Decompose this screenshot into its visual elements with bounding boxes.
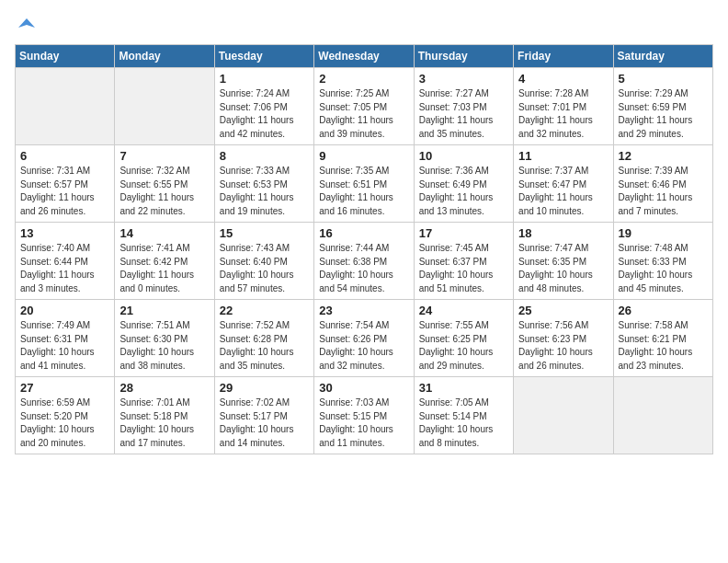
day-number: 24: [419, 304, 508, 317]
day-number: 30: [319, 381, 408, 395]
day-info: Sunrise: 7:24 AM Sunset: 7:06 PM Dayligh…: [220, 87, 309, 141]
day-info: Sunrise: 7:31 AM Sunset: 6:57 PM Dayligh…: [20, 165, 109, 218]
day-info: Sunrise: 7:05 AM Sunset: 5:14 PM Dayligh…: [419, 396, 508, 450]
calendar-cell: 25Sunrise: 7:56 AM Sunset: 6:23 PM Dayli…: [514, 300, 613, 377]
day-number: 9: [319, 149, 408, 163]
calendar-cell: 15Sunrise: 7:43 AM Sunset: 6:40 PM Dayli…: [214, 223, 313, 300]
calendar-cell: [613, 377, 712, 454]
day-number: 14: [119, 226, 209, 240]
weekday-header-saturday: Saturday: [613, 45, 712, 68]
day-number: 10: [419, 149, 508, 163]
day-info: Sunrise: 6:59 AM Sunset: 5:20 PM Dayligh…: [20, 396, 109, 450]
day-info: Sunrise: 7:56 AM Sunset: 6:23 PM Dayligh…: [518, 319, 608, 373]
day-info: Sunrise: 7:01 AM Sunset: 5:18 PM Dayligh…: [119, 396, 209, 450]
calendar-cell: 16Sunrise: 7:44 AM Sunset: 6:38 PM Dayli…: [314, 223, 414, 300]
day-info: Sunrise: 7:36 AM Sunset: 6:49 PM Dayligh…: [419, 165, 508, 218]
day-info: Sunrise: 7:48 AM Sunset: 6:33 PM Dayligh…: [619, 242, 708, 295]
calendar-cell: 5Sunrise: 7:29 AM Sunset: 6:59 PM Daylig…: [613, 68, 712, 145]
calendar-cell: 14Sunrise: 7:41 AM Sunset: 6:42 PM Dayli…: [115, 223, 214, 300]
calendar-cell: [115, 68, 214, 145]
calendar-cell: 26Sunrise: 7:58 AM Sunset: 6:21 PM Dayli…: [613, 300, 712, 377]
logo-bird-icon: [17, 15, 37, 35]
day-number: 23: [319, 304, 408, 317]
calendar-cell: 10Sunrise: 7:36 AM Sunset: 6:49 PM Dayli…: [414, 145, 513, 223]
day-number: 20: [20, 304, 109, 317]
calendar-cell: 19Sunrise: 7:48 AM Sunset: 6:33 PM Dayli…: [613, 223, 712, 300]
logo: [15, 15, 39, 35]
day-number: 18: [518, 226, 608, 240]
weekday-header-tuesday: Tuesday: [214, 45, 313, 68]
day-info: Sunrise: 7:03 AM Sunset: 5:15 PM Dayligh…: [319, 396, 408, 450]
day-info: Sunrise: 7:37 AM Sunset: 6:47 PM Dayligh…: [518, 165, 608, 218]
calendar-cell: 1Sunrise: 7:24 AM Sunset: 7:06 PM Daylig…: [214, 68, 313, 145]
calendar-cell: 8Sunrise: 7:33 AM Sunset: 6:53 PM Daylig…: [214, 145, 313, 223]
day-info: Sunrise: 7:51 AM Sunset: 6:30 PM Dayligh…: [119, 319, 209, 373]
day-info: Sunrise: 7:47 AM Sunset: 6:35 PM Dayligh…: [518, 242, 608, 295]
day-info: Sunrise: 7:41 AM Sunset: 6:42 PM Dayligh…: [119, 242, 209, 295]
calendar-week-2: 6Sunrise: 7:31 AM Sunset: 6:57 PM Daylig…: [16, 145, 713, 223]
calendar-cell: 6Sunrise: 7:31 AM Sunset: 6:57 PM Daylig…: [16, 145, 115, 223]
day-info: Sunrise: 7:32 AM Sunset: 6:55 PM Dayligh…: [119, 165, 209, 218]
day-number: 5: [619, 72, 708, 86]
day-info: Sunrise: 7:28 AM Sunset: 7:01 PM Dayligh…: [518, 87, 608, 141]
day-number: 6: [20, 149, 109, 163]
calendar-cell: 28Sunrise: 7:01 AM Sunset: 5:18 PM Dayli…: [115, 377, 214, 454]
day-number: 26: [619, 304, 708, 317]
day-number: 13: [20, 226, 109, 240]
day-number: 19: [619, 226, 708, 240]
day-number: 8: [220, 149, 309, 163]
calendar-cell: 17Sunrise: 7:45 AM Sunset: 6:37 PM Dayli…: [414, 223, 513, 300]
day-info: Sunrise: 7:40 AM Sunset: 6:44 PM Dayligh…: [20, 242, 109, 295]
day-number: 16: [319, 226, 408, 240]
day-info: Sunrise: 7:35 AM Sunset: 6:51 PM Dayligh…: [319, 165, 408, 218]
day-number: 7: [119, 149, 209, 163]
day-number: 25: [518, 304, 608, 317]
calendar-cell: 30Sunrise: 7:03 AM Sunset: 5:15 PM Dayli…: [314, 377, 414, 454]
calendar-body: 1Sunrise: 7:24 AM Sunset: 7:06 PM Daylig…: [16, 68, 713, 454]
day-info: Sunrise: 7:39 AM Sunset: 6:46 PM Dayligh…: [619, 165, 708, 218]
calendar-cell: [514, 377, 613, 454]
day-info: Sunrise: 7:27 AM Sunset: 7:03 PM Dayligh…: [419, 87, 508, 141]
day-number: 2: [319, 72, 408, 86]
day-number: 3: [419, 72, 508, 86]
day-info: Sunrise: 7:44 AM Sunset: 6:38 PM Dayligh…: [319, 242, 408, 295]
calendar-cell: 29Sunrise: 7:02 AM Sunset: 5:17 PM Dayli…: [214, 377, 313, 454]
calendar-cell: 9Sunrise: 7:35 AM Sunset: 6:51 PM Daylig…: [314, 145, 414, 223]
weekday-header-friday: Friday: [514, 45, 613, 68]
calendar-cell: 12Sunrise: 7:39 AM Sunset: 6:46 PM Dayli…: [613, 145, 712, 223]
day-number: 28: [119, 381, 209, 395]
day-number: 31: [419, 381, 508, 395]
day-info: Sunrise: 7:25 AM Sunset: 7:05 PM Dayligh…: [319, 87, 408, 141]
day-info: Sunrise: 7:33 AM Sunset: 6:53 PM Dayligh…: [220, 165, 309, 218]
day-number: 1: [220, 72, 309, 86]
day-info: Sunrise: 7:52 AM Sunset: 6:28 PM Dayligh…: [220, 319, 309, 373]
weekday-header-monday: Monday: [115, 45, 214, 68]
weekday-header-sunday: Sunday: [16, 45, 115, 68]
day-info: Sunrise: 7:29 AM Sunset: 6:59 PM Dayligh…: [619, 87, 708, 141]
day-info: Sunrise: 7:02 AM Sunset: 5:17 PM Dayligh…: [220, 396, 309, 450]
day-number: 22: [220, 304, 309, 317]
calendar-cell: 23Sunrise: 7:54 AM Sunset: 6:26 PM Dayli…: [314, 300, 414, 377]
svg-marker-0: [18, 18, 35, 28]
day-number: 27: [20, 381, 109, 395]
day-info: Sunrise: 7:49 AM Sunset: 6:31 PM Dayligh…: [20, 319, 109, 373]
day-info: Sunrise: 7:43 AM Sunset: 6:40 PM Dayligh…: [220, 242, 309, 295]
calendar-cell: 7Sunrise: 7:32 AM Sunset: 6:55 PM Daylig…: [115, 145, 214, 223]
calendar-cell: 22Sunrise: 7:52 AM Sunset: 6:28 PM Dayli…: [214, 300, 313, 377]
calendar-table: SundayMondayTuesdayWednesdayThursdayFrid…: [15, 44, 713, 454]
calendar-header-row: SundayMondayTuesdayWednesdayThursdayFrid…: [16, 45, 713, 68]
day-number: 4: [518, 72, 608, 86]
day-number: 15: [220, 226, 309, 240]
calendar-week-5: 27Sunrise: 6:59 AM Sunset: 5:20 PM Dayli…: [16, 377, 713, 454]
weekday-header-thursday: Thursday: [414, 45, 513, 68]
calendar-week-4: 20Sunrise: 7:49 AM Sunset: 6:31 PM Dayli…: [16, 300, 713, 377]
day-info: Sunrise: 7:54 AM Sunset: 6:26 PM Dayligh…: [319, 319, 408, 373]
calendar-cell: 3Sunrise: 7:27 AM Sunset: 7:03 PM Daylig…: [414, 68, 513, 145]
day-number: 17: [419, 226, 508, 240]
calendar-week-3: 13Sunrise: 7:40 AM Sunset: 6:44 PM Dayli…: [16, 223, 713, 300]
calendar-cell: 18Sunrise: 7:47 AM Sunset: 6:35 PM Dayli…: [514, 223, 613, 300]
day-number: 29: [220, 381, 309, 395]
calendar-cell: 20Sunrise: 7:49 AM Sunset: 6:31 PM Dayli…: [16, 300, 115, 377]
day-number: 12: [619, 149, 708, 163]
calendar-week-1: 1Sunrise: 7:24 AM Sunset: 7:06 PM Daylig…: [16, 68, 713, 145]
